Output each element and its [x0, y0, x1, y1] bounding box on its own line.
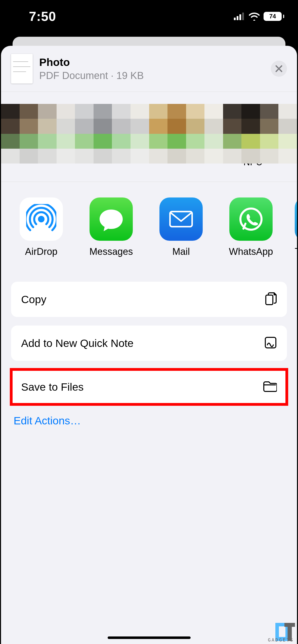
folder-icon: [263, 381, 277, 393]
share-apps-row[interactable]: AirDrop Messages Mail: [1, 182, 297, 269]
airdrop-icon: [20, 197, 63, 241]
battery-pct: 74: [269, 13, 276, 20]
share-app-whatsapp[interactable]: WhatsApp: [222, 197, 280, 257]
svg-rect-7: [266, 295, 273, 305]
action-save-to-files[interactable]: Save to Files: [11, 369, 287, 405]
mail-icon: [159, 197, 203, 241]
edit-actions-label: Edit Actions…: [14, 415, 81, 427]
action-card: Copy: [11, 282, 287, 317]
share-app-mail[interactable]: Mail: [152, 197, 210, 257]
cellular-icon: [234, 13, 245, 20]
telegram-icon: [295, 197, 297, 241]
action-quick-note[interactable]: Add to New Quick Note: [11, 326, 287, 361]
watermark: GADGETS: [275, 623, 295, 641]
action-label: Copy: [21, 293, 46, 306]
svg-rect-3: [242, 13, 244, 20]
close-icon: [275, 65, 283, 72]
share-contacts-row[interactable]: NPU: [1, 92, 297, 182]
wifi-icon: [248, 12, 260, 21]
action-label: Save to Files: [21, 381, 84, 393]
share-app-airdrop[interactable]: AirDrop: [13, 197, 70, 257]
svg-rect-5: [170, 212, 192, 227]
action-card-highlighted: Save to Files: [11, 369, 287, 405]
svg-rect-0: [234, 18, 236, 20]
copy-icon: [265, 292, 277, 307]
home-indicator[interactable]: [108, 636, 191, 639]
messages-icon: [90, 197, 133, 241]
svg-point-4: [39, 217, 44, 221]
actions-list: Copy Add to New Quick Note Save to Files: [1, 269, 297, 427]
status-icons: 74: [234, 12, 284, 21]
whatsapp-icon: [229, 197, 273, 241]
app-label: WhatsApp: [229, 246, 273, 257]
document-title: Photo: [39, 56, 264, 68]
svg-rect-1: [237, 16, 238, 20]
edit-actions-link[interactable]: Edit Actions…: [11, 413, 287, 427]
status-time: 7:50: [29, 9, 56, 24]
battery-indicator: 74: [264, 12, 284, 21]
share-sheet: Photo PDF Document · 19 KB: [1, 46, 297, 644]
share-sheet-header: Photo PDF Document · 19 KB: [1, 46, 297, 92]
action-label: Add to New Quick Note: [21, 337, 134, 349]
app-label: Te: [295, 246, 297, 257]
action-copy[interactable]: Copy: [11, 282, 287, 317]
svg-rect-2: [239, 14, 241, 20]
document-meta: Photo PDF Document · 19 KB: [39, 56, 264, 81]
share-app-telegram[interactable]: Te: [292, 197, 297, 257]
close-button[interactable]: [271, 61, 287, 77]
app-label: Mail: [172, 246, 190, 257]
share-app-messages[interactable]: Messages: [82, 197, 140, 257]
app-label: AirDrop: [25, 246, 58, 257]
quick-note-icon: [264, 336, 277, 350]
app-label: Messages: [89, 246, 133, 257]
action-card: Add to New Quick Note: [11, 326, 287, 361]
status-bar: 7:50 74: [0, 0, 298, 33]
document-thumbnail[interactable]: [11, 54, 33, 84]
document-subtitle: PDF Document · 19 KB: [39, 70, 264, 81]
